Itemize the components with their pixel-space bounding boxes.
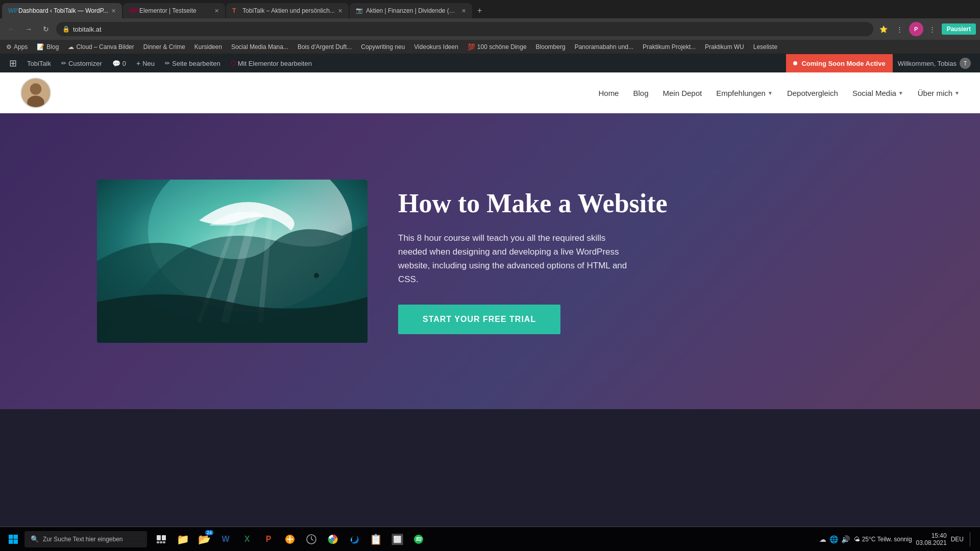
svg-rect-11 bbox=[9, 539, 13, 544]
settings-button[interactable]: ⋮ bbox=[893, 22, 907, 36]
weather-text: 25°C Teilw. sonnig bbox=[862, 536, 912, 543]
wp-admin-bar: ⊞ TobiTalk ✏ Customizer 💬 0 + Neu ✏ Seit… bbox=[0, 54, 980, 72]
taskbar-app-notes[interactable]: 📋 bbox=[365, 529, 386, 549]
taskbar-app-orange[interactable] bbox=[280, 529, 300, 549]
taskbar-app-clock[interactable] bbox=[301, 529, 322, 549]
site-nav: Home Blog Mein Depot Empfehlungen ▼ Depo… bbox=[0, 72, 980, 113]
elementor-icon: ⬡ bbox=[231, 60, 236, 67]
svg-line-21 bbox=[311, 539, 313, 540]
powerpoint-icon: P bbox=[266, 535, 272, 544]
bookmark-blog[interactable]: 📝Blog bbox=[35, 42, 61, 52]
taskbar-app-edge[interactable] bbox=[344, 529, 364, 549]
wp-customizer-item[interactable]: ✏ Customizer bbox=[56, 54, 107, 72]
logo-avatar-image bbox=[21, 78, 50, 108]
bookmark-copywriting[interactable]: Copywriting neu bbox=[359, 42, 407, 52]
hero-section: How to Make a Website This 8 hour course… bbox=[0, 113, 980, 409]
tab-4[interactable]: 📷 Aktien | Finanzen | Dividende (©... ✕ bbox=[350, 3, 472, 18]
nav-depotvergleich[interactable]: Depotvergleich bbox=[787, 89, 838, 97]
taskbar-apps: 📁 📂 24 W X P bbox=[151, 529, 429, 549]
systray-datetime[interactable]: 15:40 03.08.2021 bbox=[916, 532, 947, 546]
bookmark-bois[interactable]: Bois d'Argent Duft... bbox=[296, 42, 354, 52]
taskbar-app-excel[interactable]: X bbox=[237, 529, 257, 549]
wp-comments-item[interactable]: 💬 0 bbox=[107, 54, 131, 72]
wp-seite-item[interactable]: ✏ Seite bearbeiten bbox=[160, 54, 226, 72]
systray-show-desktop[interactable] bbox=[970, 532, 972, 546]
tab-1[interactable]: WP Dashboard ‹ TobiTalk — WordP... ✕ bbox=[2, 3, 122, 18]
bookmark-praktikum[interactable]: Praktikum Projekt... bbox=[641, 42, 698, 52]
nav-social-media[interactable]: Social Media ▼ bbox=[852, 89, 903, 97]
bookmark-videokurs[interactable]: Videokurs Ideen bbox=[412, 42, 460, 52]
tab-1-title: Dashboard ‹ TobiTalk — WordP... bbox=[18, 7, 108, 14]
bookmark-cloud[interactable]: ☁Cloud – Canva Bilder bbox=[66, 42, 136, 52]
weather-icon: 🌤 bbox=[854, 536, 860, 543]
back-button[interactable]: ← bbox=[4, 22, 18, 36]
logo-avatar bbox=[20, 78, 51, 108]
more-button[interactable]: ⋮ bbox=[925, 22, 940, 36]
address-bar[interactable]: 🔒 tobitalk.at bbox=[56, 22, 873, 36]
taskbar-app-explorer[interactable]: 📁 bbox=[173, 529, 193, 549]
pencil-icon-seite: ✏ bbox=[165, 60, 170, 67]
coming-soon-label: Coming Soon Mode Active bbox=[801, 60, 885, 67]
wp-elementor-item[interactable]: ⬡ Mit Elementor bearbeiten bbox=[226, 54, 317, 72]
start-button[interactable] bbox=[4, 530, 22, 548]
bookmark-panorama[interactable]: Panoramabahn und... bbox=[573, 42, 635, 52]
edge-icon bbox=[349, 534, 359, 544]
bookmark-100[interactable]: 💯100 schöne Dinge bbox=[465, 42, 529, 52]
nav-blog[interactable]: Blog bbox=[633, 89, 648, 97]
tab-1-close[interactable]: ✕ bbox=[111, 8, 116, 14]
svg-point-8 bbox=[314, 273, 319, 278]
tab-bar: WP Dashboard ‹ TobiTalk — WordP... ✕ WP … bbox=[0, 0, 980, 18]
tab-2-favicon: WP bbox=[129, 7, 136, 14]
nav-mein-depot[interactable]: Mein Depot bbox=[663, 89, 702, 97]
tab-2-close[interactable]: ✕ bbox=[214, 8, 219, 14]
user-avatar-small: T bbox=[960, 58, 971, 69]
taskbar-search[interactable]: 🔍 Zur Suche Text hier eingeben bbox=[24, 531, 147, 547]
svg-rect-12 bbox=[14, 539, 18, 544]
bookmark-apps[interactable]: ⚙Apps bbox=[4, 42, 30, 52]
bookmark-praktikumwu[interactable]: Praktikum WU bbox=[703, 42, 746, 52]
taskbar-app-word[interactable]: W bbox=[215, 529, 236, 549]
systray-weather[interactable]: 🌤 25°C Teilw. sonnig bbox=[854, 536, 912, 543]
taskbar-app-misc[interactable]: 🔲 bbox=[387, 529, 407, 549]
wp-tobitalk-label: TobiTalk bbox=[27, 60, 51, 67]
nav-uber-mich[interactable]: Über mich ▼ bbox=[918, 89, 960, 97]
wp-tobitalk-item[interactable]: TobiTalk bbox=[22, 54, 56, 72]
tab-2[interactable]: WP Elementor | Testseite ✕ bbox=[123, 3, 225, 18]
chrome-icon bbox=[328, 534, 338, 544]
hero-cta-button[interactable]: START YOUR FREE TRIAL bbox=[398, 305, 560, 334]
taskbar-app-spotify[interactable] bbox=[408, 529, 429, 549]
wp-comments-count: 0 bbox=[122, 60, 126, 67]
tab-3[interactable]: T TobiTalk – Aktien und persönlich... ✕ bbox=[226, 3, 349, 18]
wp-new-item[interactable]: + Neu bbox=[131, 54, 160, 72]
profile-button[interactable]: P bbox=[909, 22, 923, 36]
taskbar-app-powerpoint[interactable]: P bbox=[258, 529, 279, 549]
welcome-item: Willkommen, Tobias T bbox=[893, 54, 976, 72]
forward-button[interactable]: → bbox=[21, 22, 36, 36]
empfehlungen-dropdown-icon: ▼ bbox=[768, 90, 773, 96]
bookmark-kursideen[interactable]: Kursideen bbox=[192, 42, 224, 52]
taskbar-app-explorer2[interactable]: 📂 24 bbox=[194, 529, 214, 549]
taskbar-app-chrome[interactable] bbox=[323, 529, 343, 549]
nav-empfehlungen[interactable]: Empfehlungen ▼ bbox=[716, 89, 773, 97]
wp-customizer-label: Customizer bbox=[68, 60, 102, 67]
coming-soon-badge[interactable]: Coming Soon Mode Active bbox=[786, 54, 892, 72]
refresh-button[interactable]: ↻ bbox=[39, 22, 53, 36]
blog-icon: 📝 bbox=[37, 43, 44, 51]
bookmark-socialmedia[interactable]: Social Media Mana... bbox=[229, 42, 290, 52]
wp-elementor-label: Mit Elementor bearbeiten bbox=[238, 60, 312, 67]
site-logo[interactable] bbox=[20, 78, 51, 108]
excel-icon: X bbox=[244, 535, 250, 544]
svg-rect-9 bbox=[9, 535, 13, 539]
taskbar-app-taskview[interactable] bbox=[151, 529, 172, 549]
extensions-button[interactable]: ⭐ bbox=[876, 22, 891, 36]
nav-home[interactable]: Home bbox=[598, 89, 619, 97]
bookmark-bloomberg[interactable]: Bloomberg bbox=[534, 42, 568, 52]
bookmark-leseliste[interactable]: Leseliste bbox=[751, 42, 779, 52]
tab-4-close[interactable]: ✕ bbox=[461, 8, 466, 14]
tab-2-title: Elementor | Testseite bbox=[139, 7, 211, 14]
tab-3-close[interactable]: ✕ bbox=[338, 8, 342, 14]
bookmark-dinner[interactable]: Dinner & Crime bbox=[141, 42, 187, 52]
pause-button[interactable]: Pausiert bbox=[942, 23, 976, 35]
wp-logo-item[interactable]: ⊞ bbox=[4, 54, 22, 72]
new-tab-button[interactable]: + bbox=[473, 3, 486, 18]
